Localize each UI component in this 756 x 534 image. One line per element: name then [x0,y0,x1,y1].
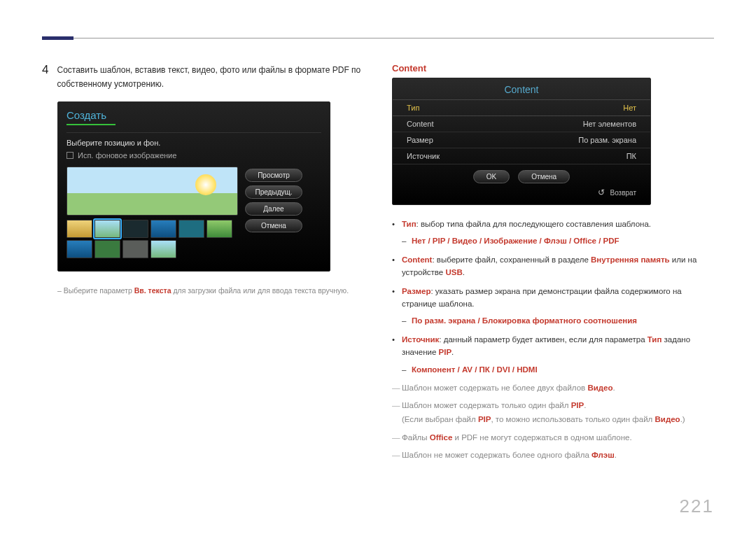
description-list: Тип: выбор типа файла для последующего с… [392,218,714,376]
create-dialog-subtitle: Выберите позицию и фон. [66,139,321,147]
highlight: PIP [439,348,452,356]
desc-source-options: Компонент / AV / ПК / DVI / HDMI [402,363,714,376]
checkbox-icon[interactable] [66,152,74,159]
row-label: Content [407,120,434,128]
text: : выбор типа файла для последующего сост… [416,220,651,228]
desc-size: Размер: указать размер экрана при демонс… [392,285,714,328]
create-dialog: Создать Выберите позицию и фон. Исп. фон… [57,101,330,272]
row-value: Нет элементов [583,120,636,128]
thumbnail-item[interactable] [94,220,120,238]
highlight: Внутренняя память [591,255,670,264]
step-number: 4 [42,63,48,92]
label: Источник [402,335,439,344]
plain-notes: Шаблон может содержать не более двух фай… [392,381,714,463]
page-top-divider [42,38,714,38]
highlight: Тип [648,335,662,344]
highlight: USB [445,268,462,276]
step-text: Составить шаблон, вставив текст, видео, … [57,63,364,92]
row-label: Тип [407,104,419,112]
footnote-text: – Выберите параметр [57,286,134,295]
content-row-size[interactable]: Размер По разм. экрана [393,132,650,148]
note-1: Шаблон может содержать не более двух фай… [392,381,714,395]
text: , то можно использовать только один файл [491,415,654,423]
desc-content: Content: выберите файл, сохраненный в ра… [392,253,714,279]
row-label: Источник [407,152,440,160]
cancel-button[interactable]: Отмена [518,170,570,183]
note-3: Файлы Office и PDF не могут содержаться … [392,431,714,445]
row-value: ПК [626,152,636,160]
checkbox-label: Исп. фоновое изображение [78,151,176,160]
thumbnail-item[interactable] [122,240,148,258]
thumbnail-item[interactable] [94,240,120,258]
highlight: PIP [571,401,584,409]
label: Размер [402,287,430,295]
divider [66,132,321,133]
thumbnail-item[interactable] [178,220,204,238]
return-row[interactable]: Возврат [393,183,650,197]
options: Компонент / AV / ПК / DVI / HDMI [412,365,538,374]
note-4: Шаблон не может содержать более одного ф… [392,449,714,463]
content-dialog-buttons: OK Отмена [393,170,650,183]
left-footnote: – Выберите параметр Вв. текста для загру… [57,286,364,296]
highlight: Видео [587,384,612,392]
desc-tip: Тип: выбор типа файла для последующего с… [392,218,714,248]
thumbnail-item[interactable] [206,220,232,238]
highlight: Office [430,433,453,442]
footnote-text: для загрузки файла или для ввода текста … [171,286,349,295]
page-body: 4 Составить шаблон, вставив текст, видео… [42,63,714,467]
footnote-highlight: Вв. текста [134,286,172,295]
text: Файлы [402,433,430,442]
preview-button[interactable]: Просмотр [245,169,302,182]
create-dialog-main: Просмотр Предыдущ. Далее Отмена [66,167,321,258]
thumbnail-item[interactable] [150,240,176,258]
highlight: Видео [655,415,680,423]
highlight: PIP [478,415,491,423]
thumbnail-item[interactable] [122,220,148,238]
create-dialog-title: Создать [66,109,321,121]
desc-tip-options: Нет / PIP / Видео / Изображение / Флэш /… [402,234,714,247]
text: Шаблон может содержать не более двух фай… [402,384,587,392]
use-background-checkbox-row[interactable]: Исп. фоновое изображение [66,151,321,160]
text: .) [680,415,685,423]
text: (Если выбран файл [402,415,478,423]
content-row-source[interactable]: Источник ПК [393,148,650,164]
text: Шаблон не может содержать более одного ф… [402,451,592,459]
text: и PDF не могут содержаться в одном шабло… [452,433,631,442]
row-value: По разм. экрана [578,136,636,144]
desc-source: Источник: данный параметр будет активен,… [392,333,714,376]
main-thumbnail[interactable] [66,167,238,216]
thumbnail-area [66,167,238,258]
thumbnail-row-2 [66,240,238,258]
create-dialog-buttons: Просмотр Предыдущ. Далее Отмена [245,167,302,232]
options: По разм. экрана / Блокировка форматного … [412,316,637,325]
next-button[interactable]: Далее [245,202,302,216]
thumbnail-item[interactable] [66,240,92,258]
section-title-content: Content [392,63,714,73]
thumbnail-item[interactable] [150,220,176,238]
row-label: Размер [407,136,433,144]
cancel-button[interactable]: Отмена [245,219,302,232]
content-dialog-title: Content [393,84,650,95]
highlight: Флэш [592,451,615,459]
thumbnail-item[interactable] [66,220,92,238]
text: : данный параметр будет активен, если дл… [439,335,647,344]
content-row-type[interactable]: Тип Нет [393,99,650,116]
note-2: Шаблон может содержать только один файл … [392,399,714,426]
label: Content [402,255,432,264]
ok-button[interactable]: OK [473,170,510,183]
return-label: Возврат [610,189,637,197]
content-row-content[interactable]: Content Нет элементов [393,116,650,132]
desc-size-options: По разм. экрана / Блокировка форматного … [402,314,714,327]
progress-bar-segment [66,124,115,125]
step-row: 4 Составить шаблон, вставив текст, видео… [42,63,364,92]
row-value: Нет [623,104,636,112]
text: : выберите файл, сохраненный в разделе [432,255,591,264]
label: Тип [402,220,416,228]
left-column: 4 Составить шаблон, вставив текст, видео… [42,63,364,467]
right-column: Content Content Тип Нет Content Нет элем… [392,63,714,467]
text: : указать размер экрана при демонстрации… [402,287,682,308]
thumbnail-row-1 [66,220,238,238]
page-number: 221 [680,496,714,517]
previous-button[interactable]: Предыдущ. [245,185,302,199]
text: Шаблон может содержать только один файл [402,401,571,409]
